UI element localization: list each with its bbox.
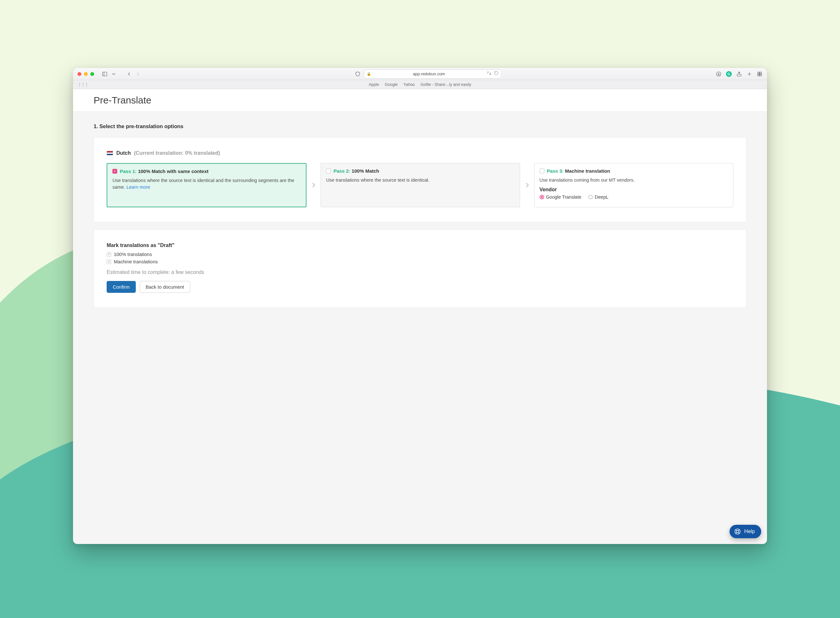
pass-1-checkbox[interactable]: ✓: [113, 169, 117, 174]
bookmark-link[interactable]: Yahoo: [403, 82, 415, 87]
svg-rect-7: [758, 72, 759, 74]
new-tab-icon[interactable]: [747, 71, 752, 77]
confirm-button[interactable]: Confirm: [107, 281, 136, 293]
svg-rect-0: [102, 72, 107, 76]
pass-3-label: Pass 3:: [547, 168, 564, 174]
reload-icon[interactable]: [494, 71, 499, 77]
fullscreen-window-icon[interactable]: [90, 72, 94, 76]
flag-icon: [107, 151, 113, 155]
svg-rect-9: [758, 74, 759, 76]
pass-2-checkbox[interactable]: [326, 168, 331, 173]
address-bar[interactable]: 🔒 app.redokun.com: [364, 70, 502, 79]
bookmarks-bar: ⋮⋮⋮ Apple Google Yahoo Gofile - Share…ly…: [73, 80, 767, 89]
nav-forward-icon[interactable]: [135, 71, 141, 77]
pass-1-label: Pass 1:: [120, 168, 137, 174]
shield-icon[interactable]: [355, 71, 361, 77]
address-url: app.redokun.com: [374, 71, 484, 76]
pass-2-card[interactable]: Pass 2: 100% Match Use translations wher…: [321, 163, 520, 207]
pass-3-title: Machine translation: [565, 168, 610, 174]
chevron-right-icon: [520, 163, 534, 207]
step-title: 1. Select the pre-translation options: [93, 123, 747, 129]
sidebar-toggle-icon[interactable]: [102, 71, 108, 77]
svg-rect-8: [760, 72, 761, 74]
pass-2-desc: Use translations where the source text i…: [326, 177, 514, 184]
back-button[interactable]: Back to document: [140, 281, 190, 293]
chevron-right-icon: [307, 163, 321, 207]
passes-row: ✓ Pass 1: 100% Match with same context U…: [107, 163, 733, 207]
language-status: (Current translation: 0% translated): [134, 150, 220, 156]
language-name: Dutch: [116, 150, 131, 156]
close-window-icon[interactable]: [77, 72, 81, 76]
options-panel: Dutch (Current translation: 0% translate…: [93, 137, 747, 222]
draft-panel: Mark translations as "Draft" 100% transl…: [93, 229, 747, 308]
pass-3-card[interactable]: Pass 3: Machine translation Use translat…: [534, 163, 733, 207]
lock-icon: 🔒: [367, 72, 371, 76]
draft-title: Mark translations as "Draft": [107, 242, 733, 248]
pass-1-card[interactable]: ✓ Pass 1: 100% Match with same context U…: [107, 163, 307, 207]
learn-more-link[interactable]: Learn more: [126, 184, 150, 190]
nav-back-icon[interactable]: [126, 71, 132, 77]
apps-icon[interactable]: ⋮⋮⋮: [77, 82, 88, 87]
lifebuoy-icon: [734, 528, 741, 535]
downloads-icon[interactable]: [716, 71, 721, 77]
eta-text: Estimated time to complete: a few second…: [107, 269, 733, 275]
vendor-label: Vendor: [539, 187, 728, 193]
pass-3-desc: Use translations coming from our MT vend…: [539, 177, 728, 184]
pass-3-checkbox[interactable]: [539, 168, 544, 173]
bookmark-link[interactable]: Gofile - Share…ly and easily: [421, 82, 471, 87]
window-controls: [77, 72, 94, 76]
translate-icon[interactable]: [486, 71, 492, 77]
browser-window: 🔒 app.redokun.com G: [73, 68, 767, 544]
help-button[interactable]: Help: [729, 525, 761, 538]
language-row: Dutch (Current translation: 0% translate…: [107, 150, 733, 156]
bookmark-link[interactable]: Apple: [369, 82, 379, 87]
draft-100-checkbox[interactable]: [107, 252, 111, 257]
chevron-down-icon[interactable]: [111, 71, 117, 77]
radio-icon: [539, 195, 544, 199]
grammarly-icon[interactable]: G: [726, 71, 732, 77]
pass-2-title: 100% Match: [352, 168, 379, 174]
pass-2-label: Pass 2:: [333, 168, 350, 174]
pass-1-title: 100% Match with same context: [138, 168, 209, 174]
browser-toolbar: 🔒 app.redokun.com G: [73, 68, 767, 80]
help-label: Help: [744, 529, 755, 534]
draft-mt-label: Machine translations: [114, 259, 158, 264]
page-title: Pre-Translate: [93, 95, 747, 106]
vendor-deepl-radio[interactable]: DeepL: [588, 195, 609, 200]
page-header: Pre-Translate: [73, 89, 767, 112]
svg-rect-10: [760, 74, 761, 76]
tab-overview-icon[interactable]: [757, 71, 763, 77]
svg-point-12: [736, 530, 738, 532]
bookmark-link[interactable]: Google: [385, 82, 398, 87]
page-content: Pre-Translate 1. Select the pre-translat…: [73, 89, 767, 544]
vendor-google-radio[interactable]: Google Translate: [539, 195, 581, 200]
share-icon[interactable]: [736, 71, 742, 77]
draft-mt-checkbox[interactable]: [107, 260, 111, 264]
draft-100-label: 100% translations: [114, 251, 152, 257]
pass-1-desc: Use translations where the source text i…: [113, 177, 301, 191]
minimize-window-icon[interactable]: [84, 72, 88, 76]
radio-icon: [588, 195, 593, 199]
